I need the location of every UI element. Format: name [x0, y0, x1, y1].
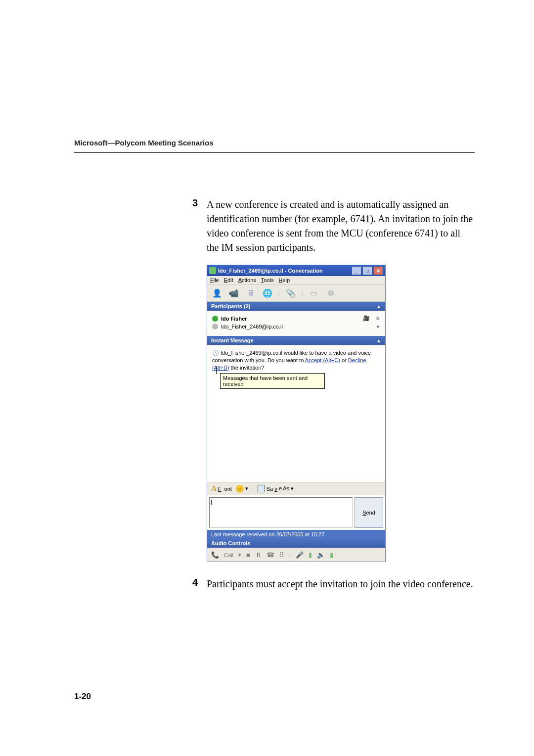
send-button[interactable]: Send — [355, 497, 383, 528]
call-button[interactable]: Call — [224, 552, 233, 558]
audio-sep: | — [289, 552, 291, 558]
running-header: Microsoft—Polycom Meeting Scenarios — [74, 139, 475, 147]
keypad-icon[interactable]: ⠿ — [279, 551, 284, 559]
hangup-icon[interactable]: ☎ — [267, 551, 274, 559]
call-dropdown[interactable]: ▾ — [238, 552, 241, 558]
im-header[interactable]: Instant Message ▲ — [207, 336, 385, 345]
conversation-window: Ido_Fisher_2469@ip.co.il - Conversation … — [207, 265, 386, 562]
tooltip: Messages that have been sent and receive… — [220, 373, 325, 389]
participant-expand-icon[interactable]: ▸ — [377, 323, 380, 330]
app-icon — [209, 267, 216, 274]
minimize-button[interactable]: _ — [352, 266, 361, 275]
attach-icon[interactable]: 📎 — [285, 287, 297, 299]
gear-icon[interactable]: ⚙ — [325, 287, 337, 299]
audio-controls: 📞 Call▾ ■ ⏸ ☎ ⠿ | 🎤 ▮ 🔈 ▮ — [207, 548, 385, 562]
close-button[interactable]: ✕ — [373, 266, 383, 275]
page-number: 1-20 — [74, 692, 91, 702]
presence-icon — [212, 324, 218, 330]
window-controls: _ □ ✕ — [352, 266, 383, 275]
invitation-message: 🕓 Ido_Fisher_2469@ip.co.il would like to… — [212, 349, 380, 372]
mic-level-icon: ▮ — [309, 551, 312, 559]
tooltip-pointer — [216, 366, 217, 374]
accept-link[interactable]: Accept (Alt+C) — [305, 357, 340, 363]
emoticon-button[interactable]: 🙂▾ — [236, 485, 248, 493]
participant-name: Ido Fisher — [221, 316, 247, 322]
webcam-icon[interactable]: 🌐 — [262, 287, 273, 299]
step-number: 4 — [168, 577, 207, 591]
step-3: 3 A new conference is created and is aut… — [74, 197, 475, 255]
maximize-button[interactable]: □ — [362, 266, 372, 275]
participant-row-1[interactable]: Ido Fisher 🎥 🗎 — [212, 315, 380, 322]
saveas-button[interactable]: Save As ▾ — [258, 485, 294, 492]
whiteboard-icon[interactable]: ▭ — [308, 287, 320, 299]
toolbar-separator-2: | — [302, 290, 303, 296]
invite-icon[interactable]: 👤 — [211, 287, 223, 299]
mic-icon[interactable]: 🎤 — [296, 551, 304, 559]
participants-header[interactable]: Participants (2) ▲ — [207, 302, 385, 311]
clock-icon: 🕓 — [212, 350, 219, 356]
format-bar: A Font 🙂▾ | Save As ▾ — [207, 482, 385, 495]
toolbar-separator: | — [278, 290, 280, 296]
message-input[interactable]: | — [209, 497, 353, 528]
speaker-icon[interactable]: 🔈 — [317, 551, 325, 559]
share-icon[interactable]: 🖥 — [245, 287, 257, 299]
screenshot-figure: Ido_Fisher_2469@ip.co.il - Conversation … — [207, 265, 475, 562]
doc-small-icon[interactable]: 🗎 — [375, 315, 380, 322]
participant-action-icons: 🎥 🗎 — [363, 315, 380, 322]
menu-actions[interactable]: Actions — [238, 277, 256, 283]
audio-header[interactable]: Audio Controls — [207, 539, 385, 548]
menubar: File Edit Actions Tools Help — [207, 276, 385, 284]
window-title: Ido_Fisher_2469@ip.co.il - Conversation — [218, 268, 352, 274]
format-sep: | — [252, 486, 254, 492]
save-icon — [258, 485, 265, 492]
step-number: 3 — [168, 197, 207, 255]
participants-title: Participants (2) — [211, 303, 250, 309]
menu-tools[interactable]: Tools — [261, 277, 274, 283]
menu-edit[interactable]: Edit — [224, 277, 233, 283]
menu-help[interactable]: Help — [279, 277, 290, 283]
compose-row: | Send — [207, 495, 385, 530]
stop-icon[interactable]: ■ — [246, 551, 250, 559]
audio-title: Audio Controls — [211, 540, 250, 546]
titlebar[interactable]: Ido_Fisher_2469@ip.co.il - Conversation … — [207, 265, 385, 276]
pause-icon[interactable]: ⏸ — [255, 551, 262, 559]
status-bar: Last message received on 26/07/2005 at 1… — [207, 530, 385, 539]
menu-file[interactable]: File — [210, 277, 219, 283]
step-text: Participants must accept the invitation … — [207, 577, 473, 591]
presence-icon — [212, 316, 218, 322]
participant-row-2[interactable]: Ido_Fisher_2469@ip.co.il ▸ — [212, 323, 380, 330]
font-button[interactable]: A Font — [211, 484, 232, 493]
im-title: Instant Message — [211, 337, 254, 343]
video-small-icon[interactable]: 🎥 — [363, 315, 370, 322]
toolbar: 👤 📹 🖥 🌐 | 📎 | ▭ ⚙ — [207, 284, 385, 302]
phone-icon[interactable]: 📞 — [211, 551, 219, 559]
smiley-icon: 🙂 — [236, 485, 244, 493]
collapse-icon[interactable]: ▲ — [376, 304, 381, 309]
font-a-icon: A — [211, 484, 217, 493]
participants-body: Ido Fisher 🎥 🗎 Ido_Fisher_2469@ip.co.il … — [207, 311, 385, 336]
participant-name: Ido_Fisher_2469@ip.co.il — [221, 324, 283, 330]
im-body: 🕓 Ido_Fisher_2469@ip.co.il would like to… — [207, 345, 385, 482]
step-4: 4 Participants must accept the invitatio… — [74, 577, 475, 591]
step-text: A new conference is created and is autom… — [207, 197, 474, 255]
video-icon[interactable]: 📹 — [228, 287, 240, 299]
speaker-level-icon: ▮ — [330, 551, 333, 559]
header-rule — [74, 152, 475, 153]
collapse-icon[interactable]: ▲ — [376, 338, 381, 343]
